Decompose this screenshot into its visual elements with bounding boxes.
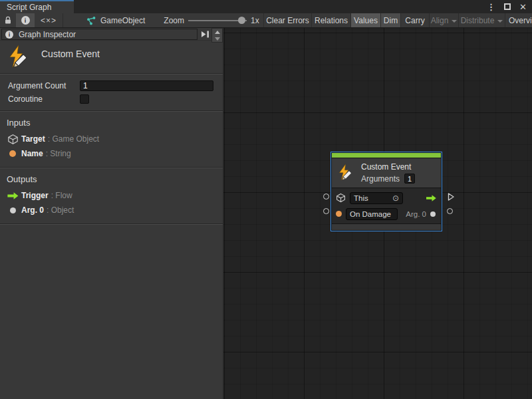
section-divider [0,223,223,225]
port-type: : Flow [51,191,72,200]
relations-button[interactable]: Relations [312,13,350,27]
inspector-node-title: Custom Event [41,49,100,59]
lock-button[interactable] [0,13,16,27]
inputs-section: Inputs Target : Game Object Name : Strin… [0,112,223,167]
values-label: Values [354,16,378,25]
inspector-titlebar: i Graph Inspector [0,28,223,41]
inspector-fields: Argument Count 1 Coroutine [0,74,223,110]
string-dot-icon [336,211,342,217]
align-button[interactable]: Align [430,13,458,27]
close-icon[interactable]: ✕ [519,3,527,11]
inspector-title-box: i Graph Inspector [1,29,198,40]
carry-button[interactable]: Carry [401,13,429,27]
scroll-up-button[interactable] [212,29,222,35]
zoom-control: Zoom 1x [160,13,263,27]
relations-label: Relations [315,16,348,25]
coroutine-checkbox[interactable] [80,94,89,104]
node-color-bar [332,153,441,158]
event-name-value: On Damage [350,210,391,218]
input-row-target: Target : Game Object [0,132,223,146]
output-row-trigger: Trigger : Flow [0,188,223,203]
event-name-field[interactable]: On Damage [346,208,398,220]
input-port-name[interactable] [323,208,329,214]
target-value: This [354,194,368,202]
edit-script-button[interactable]: <×> [35,13,63,27]
gameobject-label: GameObject [100,16,145,25]
object-picker-icon[interactable]: ⊙ [392,194,399,202]
scroll-steppers [211,28,223,43]
cube-icon [4,134,21,145]
target-object-field[interactable]: This ⊙ [350,192,403,204]
inspector-toggle-button[interactable]: i [16,13,35,27]
clear-errors-button[interactable]: Clear Errors [264,13,311,27]
triangle-down-icon [215,37,220,41]
graph-inspector-panel: i Graph Inspector C [0,28,223,399]
custom-event-node[interactable]: Custom Event Arguments 1 This ⊙ [331,152,442,231]
inspector-title: Graph Inspector [19,30,76,39]
values-button[interactable]: Values [351,13,380,27]
window-menu-icon[interactable]: ⋮ [487,3,495,11]
zoom-slider-thumb[interactable] [238,17,245,24]
object-dot-icon [430,211,436,217]
inspector-node-header: Custom Event [0,41,223,73]
input-row-name: Name : String [0,146,223,161]
port-name: Trigger [21,191,49,200]
cube-icon [336,193,346,203]
zoom-label: Zoom [164,16,184,25]
arguments-value: 1 [404,174,415,184]
input-port-target[interactable] [323,194,329,200]
dock-button[interactable] [200,29,210,39]
dock-icon [201,31,209,38]
node-footer [332,224,441,230]
custom-event-icon [7,45,32,71]
overview-button[interactable]: Overview [505,13,532,27]
argument-count-label: Argument Count [8,81,80,90]
string-dot-icon [4,150,21,157]
distribute-button[interactable]: Distribute [459,13,505,27]
outputs-heading: Outputs [0,173,223,188]
output-port-arg0[interactable] [447,208,453,214]
argument-count-input[interactable]: 1 [80,80,213,91]
info-icon: i [21,16,30,25]
flow-arrow-icon [426,194,437,202]
node-header[interactable]: Custom Event Arguments 1 [332,158,441,188]
dim-button[interactable]: Dim [381,13,400,27]
port-type: : Game Object [48,134,99,144]
custom-event-icon [337,164,355,183]
clear-errors-label: Clear Errors [266,16,309,25]
zoom-slider[interactable] [188,20,247,21]
tab-script-graph[interactable]: Script Graph [0,0,74,13]
arguments-label: Arguments [361,174,400,184]
graph-icon [86,16,96,25]
outputs-section: Outputs Trigger : Flow Arg. 0 : Object [0,168,223,223]
object-dot-icon [4,207,21,213]
carry-label: Carry [405,16,424,25]
arg0-port-label: Arg. 0 [406,210,426,218]
dim-label: Dim [384,16,398,25]
node-body: This ⊙ On Damage Arg. 0 [332,188,441,223]
overview-label: Overview [509,16,532,25]
align-label: Align [431,16,449,25]
toolbar-separator [63,13,63,27]
output-port-trigger[interactable] [448,193,455,201]
port-type: : String [46,149,71,158]
graph-toolbar: i <×> GameObject Zoom 1x Clear Erro [0,13,532,28]
output-row-arg0: Arg. 0 : Object [0,203,223,217]
gameobject-reference[interactable]: GameObject [86,13,160,27]
port-name: Target [21,134,45,144]
distribute-label: Distribute [461,16,495,25]
node-row-name: On Damage Arg. 0 [336,207,437,220]
graph-canvas[interactable]: Custom Event Arguments 1 This ⊙ [223,28,532,399]
chevron-down-icon [452,20,457,23]
flow-arrow-icon [4,192,21,200]
port-name: Name [21,149,43,158]
unity-visual-scripting-window: Script Graph ⋮ ✕ i <×> [0,0,532,399]
port-type: : Object [47,205,74,215]
tab-bar: Script Graph ⋮ ✕ [0,0,532,13]
code-icon: <×> [41,16,57,25]
scroll-down-button[interactable] [212,35,222,42]
maximize-icon[interactable] [504,3,511,10]
window-controls: ⋮ ✕ [487,0,527,13]
zoom-value: 1x [251,16,259,25]
lock-icon [4,16,12,25]
